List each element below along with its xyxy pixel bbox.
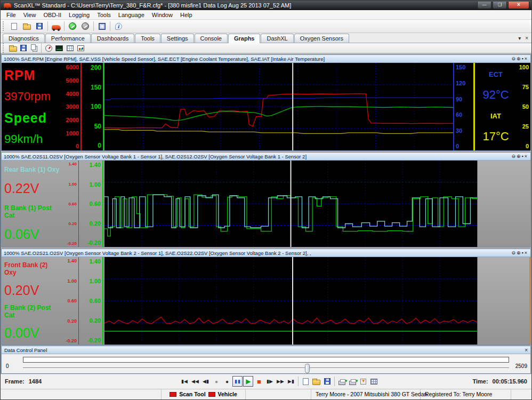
plot-rpm-vss[interactable] xyxy=(104,63,453,150)
print-data-button[interactable] xyxy=(348,376,358,387)
stop-button[interactable]: ■ xyxy=(254,376,264,387)
vehicle-manager-button[interactable] xyxy=(50,20,62,32)
menu-view[interactable]: View xyxy=(20,11,40,19)
floppy-icon xyxy=(324,378,331,385)
disconnect-button[interactable] xyxy=(79,20,92,32)
new-log-button[interactable] xyxy=(301,376,311,387)
record-off-icon: ● xyxy=(215,379,218,385)
save-config-button[interactable] xyxy=(33,20,46,32)
save-layout-button[interactable] xyxy=(18,44,29,53)
tab-diagnostics[interactable]: Diagnostics xyxy=(3,34,45,43)
data-control-close-icon[interactable]: × xyxy=(525,347,528,353)
matrix-view-button[interactable] xyxy=(369,376,379,387)
step-back-button[interactable]: ◀▮ xyxy=(200,376,211,387)
readouts-bank2: Front Bank (2) Oxy 0.20V F Bank (2) Post… xyxy=(2,257,61,345)
menu-help[interactable]: Help xyxy=(176,11,196,19)
menu-tools[interactable]: Tools xyxy=(93,11,115,19)
step-forward-button[interactable]: ▮▶ xyxy=(264,376,275,387)
tab-close-icon[interactable]: × xyxy=(525,35,528,41)
tab-oxygen-sensors[interactable]: Oxygen Sensors xyxy=(294,34,349,43)
tab-settings[interactable]: Settings xyxy=(161,34,194,43)
connect-button[interactable] xyxy=(66,20,79,32)
axis-tick-label: 0 xyxy=(517,143,529,149)
vehicle-info: Terry Moore - 2007 Mitsubishi 380 GT Sed… xyxy=(311,389,421,399)
menu-logging[interactable]: Logging xyxy=(65,11,93,19)
tab-console[interactable]: Console xyxy=(195,34,228,43)
rewind-button[interactable]: ◀◀ xyxy=(190,376,200,387)
skip-end-button[interactable]: ▶▮ xyxy=(286,376,296,387)
data-control-panel-header[interactable]: Data Control Panel × xyxy=(2,346,530,354)
axis-tick-label: 4000 xyxy=(61,91,79,97)
menu-language[interactable]: Language xyxy=(115,11,148,19)
tab-tools[interactable]: Tools xyxy=(135,34,160,43)
axis-tick-label: 120 xyxy=(456,80,472,86)
table-view-button[interactable] xyxy=(65,44,75,53)
close-button[interactable]: × xyxy=(508,2,529,9)
frame-slider[interactable] xyxy=(23,367,509,369)
panel-window-buttons[interactable]: ⊖⊕▪× xyxy=(511,250,528,255)
tab-graphs[interactable]: Graphs xyxy=(228,34,261,43)
frame-slider-thumb[interactable] xyxy=(305,364,310,373)
open-log-button[interactable] xyxy=(311,376,321,387)
frame-select-button[interactable] xyxy=(95,20,108,32)
export-data-button[interactable] xyxy=(337,376,347,387)
axis-tick-label: 50 xyxy=(82,123,101,130)
frame-value: 1484 xyxy=(29,378,42,385)
record-button[interactable]: ● xyxy=(222,376,232,387)
fast-forward-button[interactable]: ▶▶ xyxy=(275,376,285,387)
play-button[interactable]: ▶ xyxy=(243,376,253,387)
toolbar-grip[interactable] xyxy=(3,21,5,31)
readouts-ect-iat: ECT 92°C IAT 17°C xyxy=(475,63,517,150)
status-bar: Scan Tool Vehicle Terry Moore - 2007 Mit… xyxy=(1,389,531,399)
axis-tick-label: 75 xyxy=(517,84,529,90)
axis-tick-label: 100 xyxy=(517,64,529,70)
plot-o2-bank1[interactable] xyxy=(104,161,477,247)
tab-dashxl[interactable]: DashXL xyxy=(261,34,293,43)
info-icon xyxy=(115,23,122,30)
display-view-button[interactable] xyxy=(54,44,65,53)
title-bar: ScanXL™ Standard - C:\Users\Terry\Terry_… xyxy=(1,1,531,10)
menu-obd-ii[interactable]: OBD-II xyxy=(39,11,65,19)
axis-tick-label: 1.40 xyxy=(61,162,77,166)
plot-o2-bank2[interactable] xyxy=(104,257,477,345)
skip-start-icon: ▮◀ xyxy=(181,379,188,384)
gauge-icon xyxy=(45,45,52,52)
maximize-button[interactable]: ❑ xyxy=(493,2,507,9)
open-layout-button[interactable] xyxy=(7,44,18,53)
panel-header[interactable]: 1000% SAE.RPM [Engine RPM], SAE.VSS [Veh… xyxy=(2,55,530,63)
panel-window-buttons[interactable]: ⊖⊕▪× xyxy=(511,56,528,61)
rpm-label: RPM xyxy=(4,68,61,83)
panel-header[interactable]: 1000% SAE.O2S11.O2SV [Oxygen Sensor Volt… xyxy=(2,153,530,161)
transport-bar: Frame: 1484 ▮◀◀◀◀▮●●▮▮▶■▮▶▶▶▶▮ Time: 00:… xyxy=(1,374,531,388)
gauge-view-button[interactable] xyxy=(43,44,54,53)
tab-overflow-icon[interactable]: ▾ xyxy=(518,35,521,41)
open-config-button[interactable] xyxy=(20,20,33,32)
o2b2-green-axis-line xyxy=(102,257,103,345)
axis-tick-label: 6000 xyxy=(61,64,79,70)
axis-tick-label: 1.00 xyxy=(79,278,101,284)
new-config-button[interactable] xyxy=(7,20,20,32)
panel-window-buttons[interactable]: ⊖⊕▪× xyxy=(511,154,528,159)
skip-start-button[interactable]: ▮◀ xyxy=(179,376,189,387)
toolbar-separator xyxy=(64,21,65,31)
tab-dashboards[interactable]: Dashboards xyxy=(91,34,134,43)
graphs-toolbar-grip[interactable] xyxy=(3,43,5,53)
axis-tick-label: 100 xyxy=(82,103,101,110)
record-off-button[interactable]: ● xyxy=(211,376,221,387)
save-snapshot-button[interactable] xyxy=(358,376,368,387)
step-back-icon: ◀▮ xyxy=(203,379,209,384)
graph-view-button[interactable] xyxy=(75,44,86,53)
tab-performance[interactable]: Performance xyxy=(45,34,91,43)
minimize-button[interactable]: — xyxy=(477,2,491,9)
pause-button[interactable]: ▮▮ xyxy=(232,376,243,387)
about-button[interactable] xyxy=(112,20,125,32)
axis-tick-label: 90 xyxy=(456,96,472,102)
o2-red-axis-labels: 1.401.000.600.20-0.20 xyxy=(61,161,78,247)
menu-file[interactable]: File xyxy=(3,11,20,19)
panel-header[interactable]: 1000% SAE.O2S21.O2SV [Oxygen Sensor Volt… xyxy=(2,249,530,257)
save-log-button[interactable] xyxy=(322,376,332,387)
axis-tick-label: 0.60 xyxy=(79,298,101,304)
copy-layout-button[interactable] xyxy=(29,44,39,53)
iat-value: 17°C xyxy=(482,130,509,143)
menu-window[interactable]: Window xyxy=(148,11,176,19)
